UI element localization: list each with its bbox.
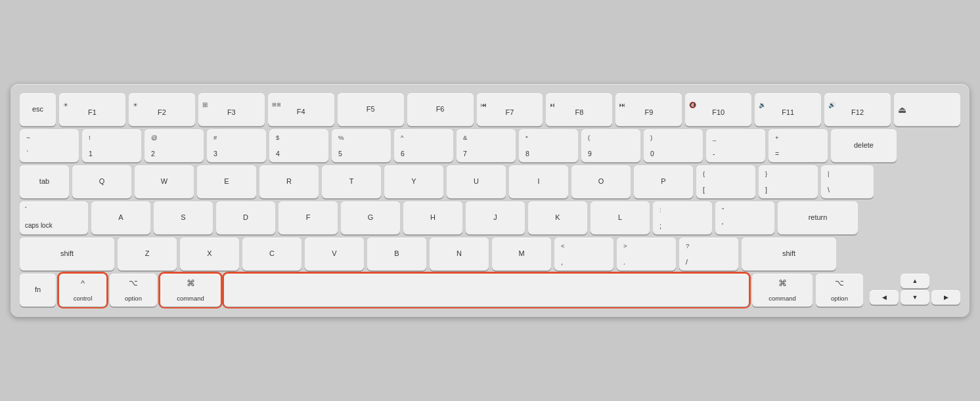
- key-j[interactable]: J: [466, 201, 525, 234]
- key-arrow-left[interactable]: ◀: [870, 290, 899, 305]
- key-n[interactable]: N: [430, 238, 489, 270]
- key-f5[interactable]: F5: [338, 93, 404, 126]
- key-1[interactable]: !1: [82, 129, 141, 162]
- key-o[interactable]: O: [571, 165, 631, 198]
- key-option-right[interactable]: ⌥ option: [816, 274, 863, 306]
- key-f2[interactable]: ☀ F2: [129, 93, 195, 126]
- asdf-row: • caps lock A S D F G H J K L :; "' retu…: [20, 201, 960, 234]
- key-r[interactable]: R: [259, 165, 319, 198]
- key-g[interactable]: G: [341, 201, 400, 234]
- key-6[interactable]: ^6: [394, 129, 453, 162]
- key-z[interactable]: Z: [118, 238, 177, 270]
- key-3[interactable]: #3: [207, 129, 266, 162]
- key-semicolon[interactable]: :;: [653, 201, 712, 234]
- key-lbracket[interactable]: {[: [696, 165, 755, 198]
- key-f11[interactable]: 🔉 F11: [755, 93, 821, 126]
- key-4[interactable]: $4: [269, 129, 328, 162]
- key-y[interactable]: Y: [384, 165, 443, 198]
- key-command-left[interactable]: ⌘ command: [160, 274, 221, 306]
- number-row: ~` !1 @2 #3 $4 %5 ^6 &7 *8 (9 )0: [20, 129, 960, 162]
- key-8[interactable]: *8: [519, 129, 578, 162]
- key-5[interactable]: %5: [332, 129, 391, 162]
- key-comma[interactable]: <,: [554, 238, 613, 270]
- arrow-cluster: ▲ ◀ ▼ ▶: [870, 274, 960, 306]
- key-d[interactable]: D: [216, 201, 275, 234]
- key-quote[interactable]: "': [715, 201, 774, 234]
- key-return[interactable]: return: [778, 201, 858, 234]
- key-rbracket[interactable]: }]: [759, 165, 818, 198]
- key-e[interactable]: E: [197, 165, 256, 198]
- fn-row: esc ☀ F1 ☀ F2 ⊞ F3 ⊞⊞ F4 F5 F6 ⏮ F7 ⏯: [20, 93, 960, 126]
- key-tab[interactable]: tab: [20, 165, 69, 198]
- key-f3[interactable]: ⊞ F3: [198, 93, 265, 126]
- key-m[interactable]: M: [492, 238, 551, 270]
- key-period[interactable]: >.: [617, 238, 676, 270]
- key-slash[interactable]: ?/: [679, 238, 738, 270]
- key-9[interactable]: (9: [581, 129, 640, 162]
- zxcv-row: shift Z X C V B N M <, >. ?/ shift: [20, 238, 960, 270]
- key-grave[interactable]: ~`: [20, 129, 79, 162]
- key-f7[interactable]: ⏮ F7: [477, 93, 543, 126]
- key-option-left[interactable]: ⌥ option: [110, 274, 157, 306]
- key-eject[interactable]: ⏏: [894, 93, 960, 126]
- key-shift-left[interactable]: shift: [20, 238, 114, 270]
- key-backslash[interactable]: |\: [821, 165, 874, 198]
- key-0[interactable]: )0: [644, 129, 703, 162]
- key-h[interactable]: H: [403, 201, 462, 234]
- key-delete[interactable]: delete: [831, 129, 897, 162]
- key-x[interactable]: X: [180, 238, 239, 270]
- key-t[interactable]: T: [322, 165, 381, 198]
- key-control[interactable]: ^ control: [59, 274, 106, 306]
- key-s[interactable]: S: [154, 201, 213, 234]
- key-shift-right[interactable]: shift: [742, 238, 836, 270]
- key-arrow-down[interactable]: ▼: [901, 290, 929, 305]
- key-a[interactable]: A: [91, 201, 150, 234]
- key-f9[interactable]: ⏭ F9: [615, 93, 682, 126]
- key-f10[interactable]: 🔇 F10: [685, 93, 751, 126]
- key-capslock[interactable]: • caps lock: [20, 201, 88, 234]
- key-l[interactable]: L: [590, 201, 650, 234]
- key-f[interactable]: F: [278, 201, 338, 234]
- key-f6[interactable]: F6: [407, 93, 474, 126]
- key-p[interactable]: P: [634, 165, 693, 198]
- key-f1[interactable]: ☀ F1: [59, 93, 125, 126]
- key-2[interactable]: @2: [145, 129, 204, 162]
- key-q[interactable]: Q: [72, 165, 131, 198]
- key-f8[interactable]: ⏯ F8: [546, 93, 612, 126]
- bottom-row: fn ^ control ⌥ option ⌘ command ⌘ comman…: [20, 274, 960, 306]
- key-arrow-right[interactable]: ▶: [931, 290, 960, 305]
- key-f4[interactable]: ⊞⊞ F4: [268, 93, 334, 126]
- key-minus[interactable]: _-: [706, 129, 765, 162]
- key-equals[interactable]: +=: [768, 129, 828, 162]
- key-f12[interactable]: 🔊 F12: [824, 93, 891, 126]
- key-b[interactable]: B: [367, 238, 426, 270]
- key-arrow-up[interactable]: ▲: [901, 274, 929, 288]
- key-k[interactable]: K: [528, 201, 587, 234]
- keyboard: esc ☀ F1 ☀ F2 ⊞ F3 ⊞⊞ F4 F5 F6 ⏮ F7 ⏯: [11, 84, 969, 317]
- key-i[interactable]: I: [509, 165, 568, 198]
- key-esc[interactable]: esc: [20, 93, 56, 126]
- key-u[interactable]: U: [447, 165, 506, 198]
- key-space[interactable]: [224, 274, 749, 306]
- key-c[interactable]: C: [242, 238, 301, 270]
- key-fn[interactable]: fn: [20, 274, 56, 306]
- qwerty-row: tab Q W E R T Y U I O P {[ }] |\: [20, 165, 960, 198]
- key-7[interactable]: &7: [457, 129, 516, 162]
- key-command-right[interactable]: ⌘ command: [752, 274, 813, 306]
- key-w[interactable]: W: [135, 165, 194, 198]
- key-v[interactable]: V: [305, 238, 364, 270]
